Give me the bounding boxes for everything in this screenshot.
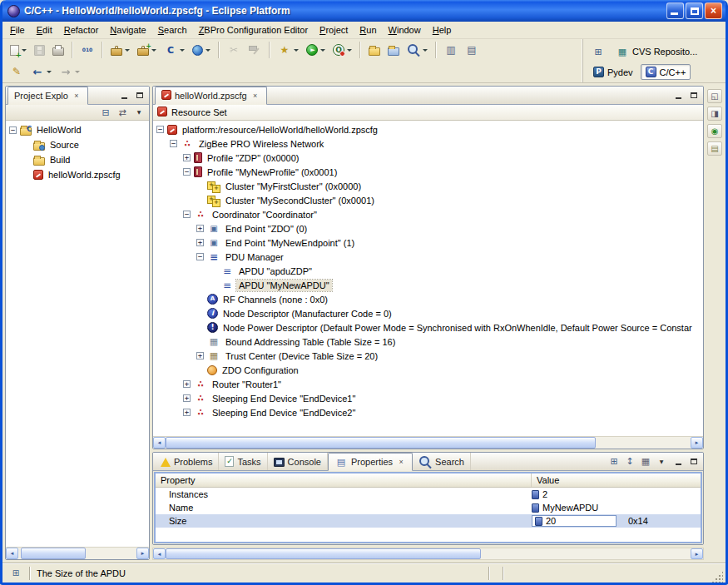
- tree-item-platform-resource-helloworld-helloworld-[interactable]: −platform:/resource/HelloWorld/helloWorl…: [153, 122, 703, 136]
- tree-item-zigbee-pro-wireless-network[interactable]: −∴ZigBee PRO Wireless Network: [153, 136, 703, 151]
- collapse-toggle-icon[interactable]: −: [9, 126, 17, 134]
- open-browser-dropdown-icon[interactable]: [206, 49, 210, 52]
- toolbar-open-browser-button[interactable]: [189, 40, 214, 60]
- scroll-thumb[interactable]: [166, 437, 596, 449]
- search-dropdown-icon[interactable]: [423, 49, 428, 52]
- expand-toggle-icon[interactable]: +: [196, 225, 204, 232]
- tree-item-router-router1[interactable]: +∴Router "Router1": [153, 377, 703, 391]
- tree-item-pdu-manager[interactable]: −≡PDU Manager: [153, 250, 703, 264]
- collapse-toggle-icon[interactable]: −: [156, 126, 164, 133]
- minimize-button[interactable]: [666, 2, 684, 19]
- close-button[interactable]: ×: [705, 2, 722, 19]
- collapse-toggle-icon[interactable]: −: [183, 211, 191, 218]
- editor-tab-close-icon[interactable]: ×: [250, 91, 260, 101]
- tab-close-icon[interactable]: ×: [396, 457, 406, 467]
- property-row-size[interactable]: Size200x14: [156, 514, 701, 528]
- tab-console[interactable]: Console: [268, 453, 328, 470]
- tree-item-trust-center-device-table-size-20[interactable]: +▦Trust Center (Device Table Size = 20): [153, 349, 703, 363]
- tree-item-helloworld[interactable]: −HelloWorld: [6, 122, 149, 137]
- scroll-thumb[interactable]: [21, 548, 86, 559]
- tree-item-profile-zdp-0x0000[interactable]: +Profile "ZDP" (0x0000): [153, 151, 703, 165]
- expand-toggle-icon[interactable]: +: [183, 394, 191, 402]
- editor-minimize-button[interactable]: [671, 89, 686, 102]
- tree-item-sleeping-end-device-enddevice2[interactable]: +∴Sleeping End Device "EndDevice2": [153, 405, 703, 419]
- menu-refactor[interactable]: Refactor: [58, 22, 105, 37]
- scroll-track[interactable]: [166, 437, 691, 449]
- toolbar-open-resource-button[interactable]: [384, 40, 403, 60]
- toolbar-back-button[interactable]: ←: [27, 62, 55, 82]
- menu-search[interactable]: Search: [152, 22, 193, 37]
- toolbar-print-button[interactable]: [49, 40, 67, 60]
- maximize-button[interactable]: [686, 2, 703, 19]
- collapse-toggle-icon[interactable]: −: [183, 168, 191, 176]
- expand-toggle-icon[interactable]: +: [183, 380, 191, 388]
- tree-item-bound-addressing-table-table-size-16[interactable]: ▦Bound Addressing Table (Table Size = 16…: [153, 335, 703, 349]
- perspective-pydev-button[interactable]: PPydev: [588, 64, 638, 80]
- tree-item-end-point-mynewendpoint-1[interactable]: +▣End Point "MyNewEndpoint" (1): [153, 235, 703, 250]
- show-categories-button[interactable]: ⊞: [607, 455, 622, 468]
- expand-toggle-icon[interactable]: +: [196, 239, 204, 246]
- explorer-minimize-button[interactable]: [117, 89, 131, 102]
- tree-item-profile-mynewprofile-0x0001[interactable]: −Profile "MyNewProfile" (0x0001): [153, 165, 703, 179]
- collapse-all-button[interactable]: ⊟: [98, 106, 113, 119]
- explorer-hscrollbar[interactable]: ◄ ►: [6, 547, 149, 559]
- toolbar-cut-button[interactable]: ✂: [224, 40, 244, 60]
- explorer-maximize-button[interactable]: [132, 89, 146, 102]
- new-wizard-dropdown-icon[interactable]: [22, 49, 27, 52]
- tree-item-end-point-zdo-0[interactable]: +▣End Point "ZDO" (0): [153, 221, 703, 235]
- bottom-minimize-button[interactable]: [671, 455, 686, 468]
- new-c-project-dropdown-icon[interactable]: [125, 49, 130, 52]
- tab-tasks[interactable]: ✓Tasks: [219, 453, 267, 470]
- back-dropdown-icon[interactable]: [47, 71, 52, 73]
- property-row-instances[interactable]: Instances2: [156, 488, 701, 501]
- tree-item-source[interactable]: Source: [6, 137, 149, 152]
- collapse-toggle-icon[interactable]: −: [196, 253, 204, 260]
- new-cpp-project-dropdown-icon[interactable]: [151, 49, 156, 52]
- scroll-left-icon[interactable]: ◄: [153, 548, 166, 559]
- fast-view-toggle-button[interactable]: ⊞: [5, 563, 27, 583]
- tree-item-apdu-mynewapdu[interactable]: ≡APDU "MyNewAPDU": [153, 278, 703, 292]
- open-perspective-button[interactable]: ⊞: [588, 42, 608, 62]
- toolbar-new-wizard-button[interactable]: [7, 40, 30, 60]
- scroll-track[interactable]: [166, 548, 691, 559]
- tree-item-sleeping-end-device-enddevice1[interactable]: +∴Sleeping End Device "EndDevice1": [153, 391, 703, 405]
- scroll-right-icon[interactable]: ►: [691, 437, 703, 449]
- tree-item-rf-channels-none-0x0[interactable]: ARF Channels (none : 0x0): [153, 292, 703, 306]
- bottom-hscrollbar[interactable]: ◄ ►: [152, 548, 704, 560]
- toolbar-debug-button[interactable]: ★: [275, 40, 302, 60]
- expand-toggle-icon[interactable]: +: [196, 352, 204, 359]
- tab-properties[interactable]: ▤Properties×: [328, 453, 413, 471]
- tab-project-explorer[interactable]: Project Explo ×: [7, 87, 88, 105]
- tree-item-coordinator-coordinator[interactable]: −∴Coordinator "Coordinator": [153, 207, 703, 221]
- editor-hscrollbar[interactable]: ◄ ►: [153, 436, 703, 449]
- menu-navigate[interactable]: Navigate: [104, 22, 151, 37]
- menu-run[interactable]: Run: [354, 22, 382, 37]
- toolbar-external-tools-button[interactable]: Q: [329, 40, 355, 60]
- debug-dropdown-icon[interactable]: [294, 49, 299, 52]
- view-menu-button[interactable]: ▼: [654, 455, 669, 468]
- split-pane-button[interactable]: ◨: [707, 107, 722, 121]
- external-tools-dropdown-icon[interactable]: [347, 49, 352, 52]
- tree-item-cluster-myfirstcluster-0x0000[interactable]: Cluster "MyFirstCluster" (0x0000): [153, 179, 703, 193]
- scroll-left-icon[interactable]: ◄: [6, 548, 18, 559]
- tree-item-build[interactable]: Build: [6, 152, 149, 167]
- tree-item-apdu-apduzdp[interactable]: ≡APDU "apduZDP": [153, 264, 703, 278]
- forward-dropdown-icon[interactable]: [75, 71, 80, 73]
- menu-edit[interactable]: Edit: [31, 22, 58, 37]
- link-with-editor-button[interactable]: ⇄: [115, 106, 130, 119]
- perspective-c-c-button[interactable]: CC/C++: [641, 64, 691, 80]
- view-menu-button[interactable]: ▼: [131, 106, 146, 119]
- restore-default-value-button[interactable]: ▦: [638, 455, 653, 468]
- menu-help[interactable]: Help: [427, 22, 458, 37]
- tree-item-node-descriptor-manufacturer-code-0[interactable]: iNode Descriptor (Manufacturer Code = 0): [153, 306, 703, 320]
- new-c-class-dropdown-icon[interactable]: [180, 49, 185, 52]
- menu-file[interactable]: File: [4, 22, 31, 37]
- toolbar-new-c-project-button[interactable]: [107, 40, 133, 60]
- tab-search[interactable]: Search: [413, 453, 471, 470]
- scroll-left-icon[interactable]: ◄: [153, 437, 166, 449]
- run-dropdown-icon[interactable]: [320, 49, 325, 52]
- scroll-track[interactable]: [18, 548, 136, 559]
- scroll-thumb[interactable]: [166, 548, 481, 559]
- scroll-right-icon[interactable]: ►: [691, 548, 703, 559]
- toolbar-binary-file-button[interactable]: 010: [77, 40, 97, 60]
